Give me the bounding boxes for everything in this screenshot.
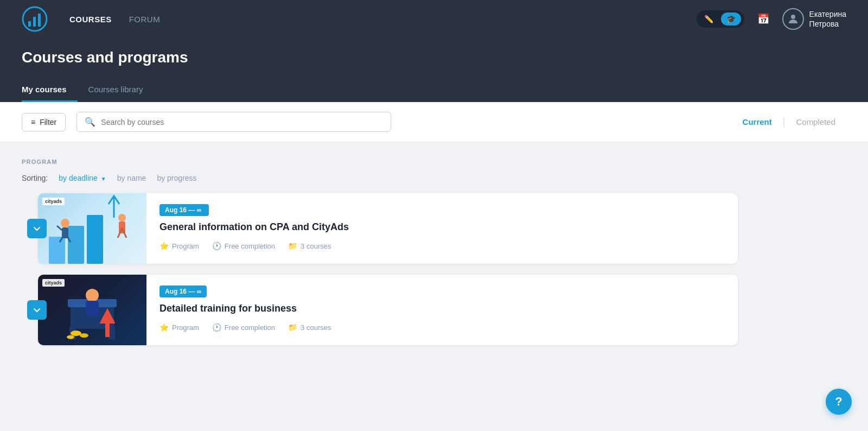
help-button[interactable]: ? bbox=[826, 389, 852, 415]
nav-courses[interactable]: COURSES bbox=[69, 15, 112, 24]
filter-icon: ≡ bbox=[31, 118, 35, 126]
svg-point-8 bbox=[61, 219, 69, 227]
avatar-circle bbox=[782, 8, 804, 30]
filter-tab-completed[interactable]: Completed bbox=[785, 113, 846, 131]
svg-rect-3 bbox=[38, 14, 41, 27]
course-card-2: cityads bbox=[38, 275, 738, 345]
svg-rect-24 bbox=[105, 324, 110, 337]
page-header: Courses and programs My courses Courses … bbox=[0, 38, 868, 102]
svg-point-27 bbox=[67, 335, 74, 339]
collapse-button-2[interactable] bbox=[27, 300, 47, 320]
cap-mode-button[interactable]: 🎓 bbox=[721, 12, 741, 26]
svg-point-25 bbox=[71, 331, 81, 336]
completion-icon: 🕐 bbox=[212, 242, 221, 250]
program-icon-2: ⭐ bbox=[159, 323, 169, 332]
tab-my-courses[interactable]: My courses bbox=[22, 79, 78, 102]
user-name: Екатерина Петрова bbox=[809, 9, 846, 29]
search-box: 🔍 bbox=[76, 112, 391, 132]
svg-rect-23 bbox=[86, 301, 99, 316]
svg-rect-2 bbox=[33, 17, 36, 27]
search-input[interactable] bbox=[101, 118, 383, 126]
course-thumbnail-1: cityads bbox=[38, 193, 146, 264]
meta-courses-count-2: 📁 3 courses bbox=[288, 323, 331, 332]
svg-rect-1 bbox=[28, 21, 31, 27]
calendar-button[interactable]: 📅 bbox=[754, 10, 773, 28]
filter-tabs: Current | Completed bbox=[732, 113, 846, 131]
search-icon: 🔍 bbox=[85, 117, 95, 127]
completion-icon-2: 🕐 bbox=[212, 323, 221, 332]
sort-by-deadline[interactable]: by deadline ▼ bbox=[59, 174, 106, 182]
user-avatar[interactable]: Екатерина Петрова bbox=[782, 8, 846, 30]
header: COURSES FORUM ✏️ 🎓 📅 Екатерина Петрова bbox=[0, 0, 868, 102]
svg-rect-6 bbox=[68, 226, 84, 264]
meta-program-1: ⭐ Program bbox=[159, 242, 199, 250]
section-label: PROGRAM bbox=[22, 159, 738, 165]
sort-by-progress[interactable]: by progress bbox=[157, 174, 196, 182]
course-badge-1: Aug 16 — ∞ bbox=[159, 204, 209, 216]
nav-forum[interactable]: FORUM bbox=[129, 15, 161, 24]
filter-label: Filter bbox=[40, 118, 56, 126]
course-meta-1: ⭐ Program 🕐 Free completion 📁 3 courses bbox=[159, 242, 725, 250]
thumbnail-image-1: cityads bbox=[38, 193, 146, 264]
course-info-1: Aug 16 — ∞ General information on CPA an… bbox=[146, 193, 738, 264]
sort-by-name[interactable]: by name bbox=[117, 174, 146, 182]
course-info-2: Aug 16 — ∞ Detailed training for busines… bbox=[146, 275, 738, 345]
meta-completion-2: 🕐 Free completion bbox=[212, 323, 275, 332]
course-badge-2: Aug 16 — ∞ bbox=[159, 286, 207, 297]
meta-courses-count-1: 📁 3 courses bbox=[288, 242, 331, 250]
course-thumbnail-2: cityads bbox=[38, 275, 146, 345]
logo[interactable] bbox=[22, 6, 48, 32]
sorting-bar: Sorting: by deadline ▼ by name by progre… bbox=[22, 174, 738, 182]
filter-tab-current[interactable]: Current bbox=[732, 113, 783, 131]
tab-courses-library[interactable]: Courses library bbox=[78, 79, 154, 102]
main-content: PROGRAM Sorting: by deadline ▼ by name b… bbox=[0, 142, 760, 372]
filter-button[interactable]: ≡ Filter bbox=[22, 113, 66, 131]
svg-rect-5 bbox=[49, 237, 65, 264]
nav-links: COURSES FORUM bbox=[69, 15, 697, 24]
course-item-2: cityads bbox=[38, 275, 738, 345]
dropdown-arrow-icon: ▼ bbox=[101, 176, 106, 182]
svg-rect-7 bbox=[87, 215, 103, 264]
folder-icon: 📁 bbox=[288, 242, 297, 250]
svg-point-26 bbox=[80, 333, 88, 338]
page-title: Courses and programs bbox=[22, 49, 846, 66]
meta-completion-1: 🕐 Free completion bbox=[212, 242, 275, 250]
svg-point-13 bbox=[118, 214, 126, 221]
svg-point-4 bbox=[791, 15, 795, 19]
pen-mode-button[interactable]: ✏️ bbox=[700, 12, 718, 26]
meta-program-2: ⭐ Program bbox=[159, 323, 199, 332]
program-icon: ⭐ bbox=[159, 242, 169, 250]
cards-wrapper: cityads bbox=[38, 193, 738, 345]
tabs: My courses Courses library bbox=[22, 79, 846, 102]
course-meta-2: ⭐ Program 🕐 Free completion 📁 3 courses bbox=[159, 323, 725, 332]
svg-point-22 bbox=[86, 289, 99, 302]
filter-bar: ≡ Filter 🔍 Current | Completed bbox=[0, 102, 868, 142]
course-item-1: cityads bbox=[38, 193, 738, 264]
header-right: ✏️ 🎓 📅 Екатерина Петрова bbox=[697, 8, 846, 30]
folder-icon-2: 📁 bbox=[288, 323, 297, 332]
thumbnail-image-2: cityads bbox=[38, 275, 146, 345]
mode-toggle: ✏️ 🎓 bbox=[697, 10, 744, 28]
course-title-2[interactable]: Detailed training for business bbox=[159, 303, 725, 314]
sort-label: Sorting: bbox=[22, 174, 48, 182]
svg-line-12 bbox=[57, 226, 62, 230]
course-card-1: cityads bbox=[38, 193, 738, 264]
collapse-button-1[interactable] bbox=[27, 219, 47, 238]
course-title-1[interactable]: General information on CPA and CityAds bbox=[159, 221, 725, 233]
